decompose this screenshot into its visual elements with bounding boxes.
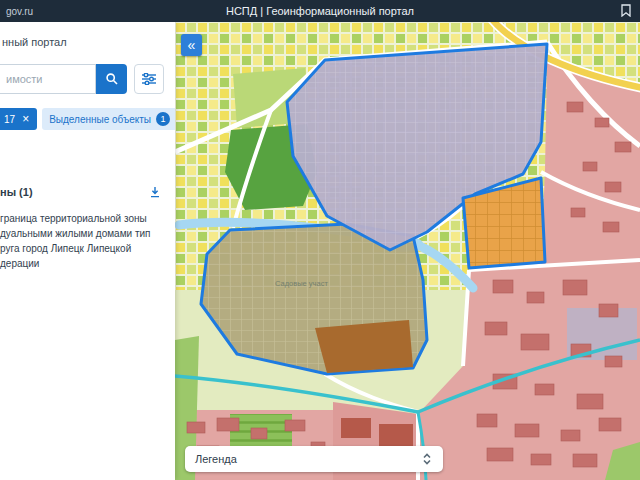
results-group-header: ны (1) <box>0 186 161 198</box>
topbar: gov.ru НСПД | Геоинформационный портал <box>0 0 640 22</box>
collapse-sidebar-button[interactable]: « <box>181 34 202 56</box>
search-icon <box>105 72 119 86</box>
tab-selected-objects[interactable]: Выделенные объекты 1 × <box>42 108 175 130</box>
filter-button[interactable] <box>134 64 164 94</box>
map-image[interactable]: Садовые участ <box>175 22 640 480</box>
tab-selected-objects-label: Выделенные объекты <box>49 114 151 125</box>
legend-label: Легенда <box>195 453 237 465</box>
filter-sliders-icon <box>142 73 156 85</box>
result-line: руга город Липецк Липецкой <box>0 241 175 256</box>
result-line: дуальными жилыми домами тип <box>0 226 175 241</box>
bare-soil-area <box>315 320 413 373</box>
selected-count-badge: 1 <box>156 112 170 126</box>
search-button[interactable] <box>96 64 127 94</box>
bookmark-icon[interactable] <box>621 4 631 17</box>
chevron-updown-icon[interactable] <box>421 452 433 466</box>
tab-search-results-label: 17 <box>4 114 15 125</box>
sidebar: нный портал 17 × Выделенные объекты 1 <box>0 22 175 480</box>
search-input[interactable] <box>0 64 96 94</box>
gov-ru-brand[interactable]: gov.ru <box>6 6 33 17</box>
result-line: дерации <box>0 256 175 271</box>
screen: gov.ru НСПД | Геоинформационный портал н… <box>0 0 640 480</box>
download-icon[interactable] <box>149 186 161 198</box>
map-area-label: Садовые участ <box>275 279 328 288</box>
search-bar <box>0 64 175 94</box>
close-icon[interactable]: × <box>22 113 29 125</box>
map-canvas[interactable]: Садовые участ <box>175 22 640 480</box>
tab-search-results[interactable]: 17 × <box>0 108 37 130</box>
tabs: 17 × Выделенные объекты 1 × <box>0 108 175 130</box>
results-group-title: ны (1) <box>0 186 33 198</box>
legend-bar[interactable]: Легенда <box>185 446 443 472</box>
result-item[interactable]: граница территориальной зоны дуальными ж… <box>0 211 175 271</box>
portal-title: нный портал <box>2 36 175 48</box>
result-line: граница территориальной зоны <box>0 211 175 226</box>
app-title: НСПД | Геоинформационный портал <box>0 5 640 17</box>
